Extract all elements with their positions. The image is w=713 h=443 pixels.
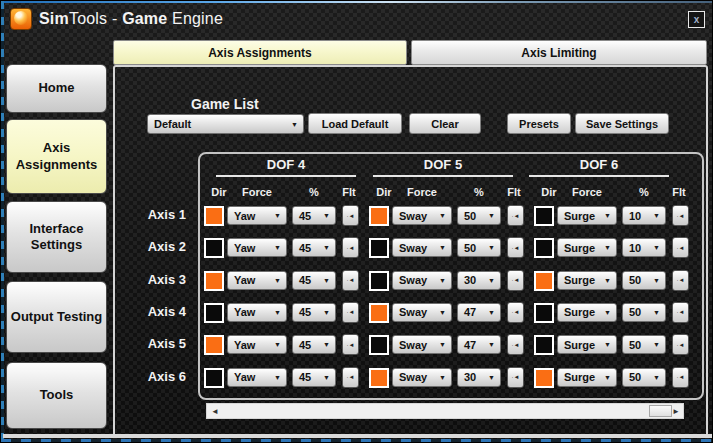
dir-checkbox[interactable] bbox=[204, 238, 224, 258]
chevron-down-icon: ▼ bbox=[439, 309, 451, 316]
sidebar-item-interface-settings[interactable]: Interface Settings bbox=[6, 201, 107, 273]
flt-button[interactable]: ·◄ bbox=[507, 205, 524, 226]
flt-button[interactable]: ·◄ bbox=[507, 270, 524, 291]
flt-button[interactable]: ·◄ bbox=[342, 367, 359, 388]
percent-select[interactable]: 50▼ bbox=[622, 368, 666, 387]
force-select[interactable]: Yaw▼ bbox=[227, 206, 287, 225]
tab-axis-assignments[interactable]: Axis Assignments bbox=[113, 40, 407, 65]
percent-select[interactable]: 45▼ bbox=[292, 238, 336, 257]
flt-button[interactable]: ·◄ bbox=[672, 237, 689, 258]
percent-select[interactable]: 50▼ bbox=[622, 335, 666, 354]
percent-select[interactable]: 50▼ bbox=[622, 271, 666, 290]
dir-checkbox[interactable] bbox=[204, 271, 224, 291]
dir-checkbox[interactable] bbox=[204, 303, 224, 323]
dir-checkbox[interactable] bbox=[534, 271, 554, 291]
force-select[interactable]: Yaw▼ bbox=[227, 368, 287, 387]
force-select[interactable]: Sway▼ bbox=[392, 303, 452, 322]
dir-checkbox[interactable] bbox=[369, 271, 389, 291]
dir-checkbox[interactable] bbox=[369, 206, 389, 226]
flt-button[interactable]: ·◄ bbox=[507, 302, 524, 323]
force-select[interactable]: Surge▼ bbox=[557, 335, 617, 354]
percent-select[interactable]: 45▼ bbox=[292, 335, 336, 354]
percent-select[interactable]: 45▼ bbox=[292, 271, 336, 290]
force-select[interactable]: Sway▼ bbox=[392, 206, 452, 225]
dir-checkbox[interactable] bbox=[534, 303, 554, 323]
dof-cell: Surge▼ 10▼ ·◄ bbox=[534, 235, 694, 261]
percent-select[interactable]: 45▼ bbox=[292, 206, 336, 225]
flt-button[interactable]: ·◄ bbox=[342, 270, 359, 291]
force-select[interactable]: Sway▼ bbox=[392, 335, 452, 354]
scroll-left-icon[interactable]: ◄ bbox=[211, 406, 219, 418]
sidebar-item-tools[interactable]: Tools bbox=[6, 362, 107, 429]
force-select[interactable]: Surge▼ bbox=[557, 271, 617, 290]
flt-button[interactable]: ·◄ bbox=[672, 205, 689, 226]
dir-checkbox[interactable] bbox=[534, 335, 554, 355]
dir-checkbox[interactable] bbox=[534, 238, 554, 258]
force-select[interactable]: Sway▼ bbox=[392, 368, 452, 387]
force-select[interactable]: Yaw▼ bbox=[227, 303, 287, 322]
percent-select[interactable]: 50▼ bbox=[622, 303, 666, 322]
percent-select-value: 50 bbox=[623, 306, 653, 318]
percent-select[interactable]: 45▼ bbox=[292, 368, 336, 387]
flt-button[interactable]: ·◄ bbox=[342, 237, 359, 258]
force-select[interactable]: Yaw▼ bbox=[227, 335, 287, 354]
force-select[interactable]: Yaw▼ bbox=[227, 238, 287, 257]
dir-checkbox[interactable] bbox=[369, 335, 389, 355]
chevron-down-icon: ▼ bbox=[439, 374, 451, 381]
force-select[interactable]: Surge▼ bbox=[557, 303, 617, 322]
flt-button[interactable]: ·◄ bbox=[342, 334, 359, 355]
dir-checkbox[interactable] bbox=[534, 368, 554, 388]
force-select[interactable]: Surge▼ bbox=[557, 206, 617, 225]
chevron-down-icon: ▼ bbox=[653, 309, 665, 316]
percent-select[interactable]: 50▼ bbox=[457, 238, 501, 257]
dir-checkbox[interactable] bbox=[369, 238, 389, 258]
dof5-header: DOF 5 bbox=[373, 157, 513, 172]
save-settings-button[interactable]: Save Settings bbox=[575, 113, 669, 134]
force-select[interactable]: Yaw▼ bbox=[227, 271, 287, 290]
flt-column-label: Flt bbox=[666, 186, 692, 198]
force-select[interactable]: Sway▼ bbox=[392, 271, 452, 290]
flt-button[interactable]: ·◄ bbox=[342, 205, 359, 226]
force-select[interactable]: Surge▼ bbox=[557, 238, 617, 257]
sidebar-item-axis-assignments[interactable]: Axis Assignments bbox=[6, 119, 107, 194]
chevron-down-icon: ▼ bbox=[604, 374, 616, 381]
game-list-select[interactable]: Default ▼ bbox=[147, 114, 304, 134]
flt-icon: ·◄ bbox=[512, 245, 520, 251]
dir-checkbox[interactable] bbox=[369, 368, 389, 388]
tab-axis-limiting[interactable]: Axis Limiting bbox=[411, 40, 707, 65]
scroll-right-icon[interactable]: ► bbox=[672, 406, 680, 418]
flt-button[interactable]: ·◄ bbox=[672, 334, 689, 355]
chevron-down-icon: ▼ bbox=[488, 244, 500, 251]
dir-checkbox[interactable] bbox=[204, 206, 224, 226]
flt-button[interactable]: ·◄ bbox=[342, 302, 359, 323]
flt-button[interactable]: ·◄ bbox=[672, 270, 689, 291]
percent-select[interactable]: 47▼ bbox=[457, 335, 501, 354]
sidebar-item-output-testing[interactable]: Output Testing bbox=[6, 281, 107, 353]
percent-select[interactable]: 47▼ bbox=[457, 303, 501, 322]
scrollbar-thumb[interactable] bbox=[649, 405, 672, 417]
close-button[interactable]: x bbox=[688, 11, 705, 28]
dir-checkbox[interactable] bbox=[369, 303, 389, 323]
dir-checkbox[interactable] bbox=[204, 368, 224, 388]
load-default-button[interactable]: Load Default bbox=[308, 113, 402, 134]
clear-button[interactable]: Clear bbox=[409, 113, 481, 134]
flt-button[interactable]: ·◄ bbox=[672, 302, 689, 323]
horizontal-scrollbar[interactable]: ◄ ► bbox=[206, 403, 684, 419]
flt-button[interactable]: ·◄ bbox=[507, 367, 524, 388]
presets-button[interactable]: Presets bbox=[507, 113, 571, 134]
percent-select[interactable]: 50▼ bbox=[457, 206, 501, 225]
dir-checkbox[interactable] bbox=[204, 335, 224, 355]
percent-select[interactable]: 45▼ bbox=[292, 303, 336, 322]
flt-button[interactable]: ·◄ bbox=[672, 367, 689, 388]
percent-select[interactable]: 30▼ bbox=[457, 368, 501, 387]
percent-select[interactable]: 30▼ bbox=[457, 271, 501, 290]
flt-button[interactable]: ·◄ bbox=[507, 237, 524, 258]
force-select[interactable]: Sway▼ bbox=[392, 238, 452, 257]
sidebar-item-home[interactable]: Home bbox=[6, 64, 107, 113]
percent-select[interactable]: 10▼ bbox=[622, 206, 666, 225]
flt-button[interactable]: ·◄ bbox=[507, 334, 524, 355]
percent-select[interactable]: 10▼ bbox=[622, 238, 666, 257]
force-select[interactable]: Surge▼ bbox=[557, 368, 617, 387]
dir-checkbox[interactable] bbox=[534, 206, 554, 226]
flt-icon: ·◄ bbox=[347, 277, 355, 283]
